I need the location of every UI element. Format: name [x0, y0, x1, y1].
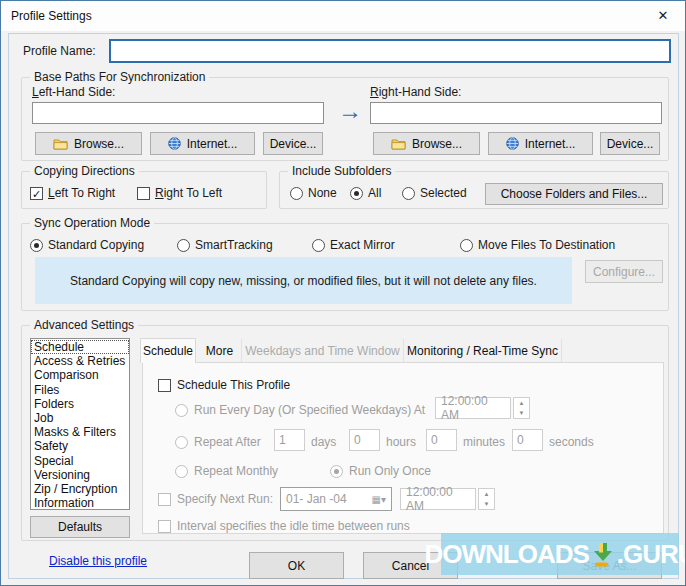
run-time-spinner[interactable]: ▲ ▼ [513, 397, 530, 419]
left-browse-button[interactable]: Browse... [35, 132, 142, 155]
watermark-text-right: .GURU [617, 541, 686, 567]
configure-label: Configure... [593, 265, 655, 279]
subfolders-none-radio[interactable] [290, 187, 303, 200]
exact-mirror-label: Exact Mirror [330, 238, 395, 252]
standard-copying-radio[interactable] [30, 239, 43, 252]
right-browse-label: Browse... [412, 137, 462, 151]
list-item-zip-encryption[interactable]: Zip / Encryption [31, 482, 129, 496]
ok-label: OK [288, 559, 305, 573]
sync-direction-arrow-icon: → [338, 100, 362, 122]
run-time-field[interactable]: 12:00:00 AM [435, 397, 511, 419]
tab-weekdays-time-window[interactable]: Weekdays and Time Window [242, 339, 404, 362]
list-item-access-retries[interactable]: Access & Retries [31, 354, 129, 368]
minutes-input[interactable] [426, 429, 457, 451]
list-item-comparison[interactable]: Comparison [31, 368, 129, 382]
left-device-button[interactable]: Device... [263, 132, 323, 155]
interval-idle-label: Interval specifies the idle time between… [177, 519, 410, 533]
list-item-schedule[interactable]: Schedule [31, 340, 129, 354]
list-item-safety[interactable]: Safety [31, 439, 129, 453]
spin-down-icon[interactable]: ▼ [479, 499, 494, 509]
sync-mode-info-box: Standard Copying will copy new, missing,… [35, 257, 572, 304]
run-only-once-radio[interactable] [330, 465, 343, 478]
profile-name-input[interactable] [109, 39, 671, 63]
folder-icon [391, 138, 406, 150]
exact-mirror-radio[interactable] [312, 239, 325, 252]
next-run-date-picker[interactable]: 01- Jan -04 ▦▾ [280, 487, 392, 511]
seconds-input[interactable] [512, 429, 543, 451]
move-files-label: Move Files To Destination [478, 238, 615, 252]
left-internet-label: Internet... [187, 137, 238, 151]
base-paths-title: Base Paths For Synchronization [30, 70, 209, 84]
window-title: Profile Settings [11, 1, 92, 31]
tab-more-label: More [206, 344, 233, 358]
left-internet-button[interactable]: Internet... [150, 132, 255, 155]
calendar-dropdown-icon[interactable]: ▦▾ [372, 494, 386, 505]
left-to-right-checkbox[interactable]: ✓ [30, 187, 43, 200]
specify-next-run-checkbox[interactable] [158, 493, 171, 506]
repeat-after-label: Repeat After [194, 435, 261, 449]
hours-label: hours [386, 435, 416, 449]
include-subfolders-group: Include Subfolders None All Selected Cho… [279, 171, 669, 209]
copying-directions-group: Copying Directions ✓ Left To Right Right… [21, 171, 267, 209]
list-item-folders[interactable]: Folders [31, 397, 129, 411]
chevron-down-icon: ▾ [381, 494, 386, 505]
advanced-settings-listbox[interactable]: Schedule Access & Retries Comparison Fil… [30, 338, 130, 510]
spin-up-icon[interactable]: ▲ [514, 398, 529, 408]
interval-idle-checkbox[interactable] [158, 520, 171, 533]
spin-down-icon[interactable]: ▼ [514, 408, 529, 418]
right-internet-label: Internet... [525, 137, 576, 151]
choose-folders-files-label: Choose Folders and Files... [501, 187, 648, 201]
next-run-time-field[interactable]: 12:00:00 AM [400, 488, 476, 510]
repeat-after-radio[interactable] [175, 436, 188, 449]
subfolders-selected-label: Selected [420, 186, 467, 200]
subfolders-all-label: All [368, 186, 381, 200]
right-path-input[interactable] [370, 102, 662, 124]
configure-button[interactable]: Configure... [585, 260, 663, 283]
watermark-text-left: DOWNLOADS [424, 541, 588, 567]
right-internet-button[interactable]: Internet... [488, 132, 593, 155]
tab-schedule[interactable]: Schedule [140, 338, 196, 363]
list-item-versioning[interactable]: Versioning [31, 468, 129, 482]
next-run-time-spinner[interactable]: ▲ ▼ [478, 488, 495, 510]
spin-up-icon[interactable]: ▲ [479, 489, 494, 499]
title-bar: Profile Settings ✕ [1, 1, 685, 31]
choose-folders-files-button[interactable]: Choose Folders and Files... [485, 183, 663, 205]
defaults-button[interactable]: Defaults [30, 516, 130, 538]
list-item-special[interactable]: Special [31, 454, 129, 468]
schedule-this-profile-label: Schedule This Profile [177, 378, 290, 392]
subfolders-all-radio[interactable] [350, 187, 363, 200]
repeat-monthly-label: Repeat Monthly [194, 464, 278, 478]
sync-mode-title: Sync Operation Mode [30, 216, 154, 230]
right-hand-side-label: Right-Hand Side: [370, 85, 461, 99]
list-item-files[interactable]: Files [31, 383, 129, 397]
disable-profile-link[interactable]: Disable this profile [49, 554, 147, 568]
list-item-information[interactable]: Information [31, 496, 129, 510]
run-every-day-radio[interactable] [175, 404, 188, 417]
close-icon[interactable]: ✕ [641, 1, 685, 31]
repeat-monthly-radio[interactable] [175, 465, 188, 478]
hours-input[interactable] [349, 429, 380, 451]
tab-monitoring-label: Monitoring / Real-Time Sync [407, 344, 558, 358]
list-item-masks-filters[interactable]: Masks & Filters [31, 425, 129, 439]
left-browse-label: Browse... [74, 137, 124, 151]
left-hand-side-label: Left-Hand Side: [32, 85, 115, 99]
right-device-button[interactable]: Device... [600, 132, 660, 155]
left-path-input[interactable] [32, 102, 324, 124]
schedule-this-profile-checkbox[interactable] [158, 379, 171, 392]
schedule-tab-panel: Schedule This Profile Run Every Day (Or … [142, 362, 664, 534]
right-browse-button[interactable]: Browse... [373, 132, 480, 155]
smarttracking-radio[interactable] [177, 239, 190, 252]
ok-button[interactable]: OK [249, 552, 344, 579]
subfolders-selected-radio[interactable] [402, 187, 415, 200]
left-device-label: Device... [270, 137, 317, 151]
list-item-job[interactable]: Job [31, 411, 129, 425]
days-input[interactable] [274, 429, 305, 451]
move-files-radio[interactable] [460, 239, 473, 252]
tab-schedule-label: Schedule [143, 344, 193, 358]
right-to-left-checkbox[interactable] [137, 187, 150, 200]
subfolders-none-label: None [308, 186, 337, 200]
download-arrow-icon [590, 541, 616, 567]
run-time-value: 12:00:00 AM [441, 394, 505, 422]
tab-more[interactable]: More [198, 339, 242, 362]
tab-monitoring-realtime-sync[interactable]: Monitoring / Real-Time Sync [404, 339, 562, 362]
